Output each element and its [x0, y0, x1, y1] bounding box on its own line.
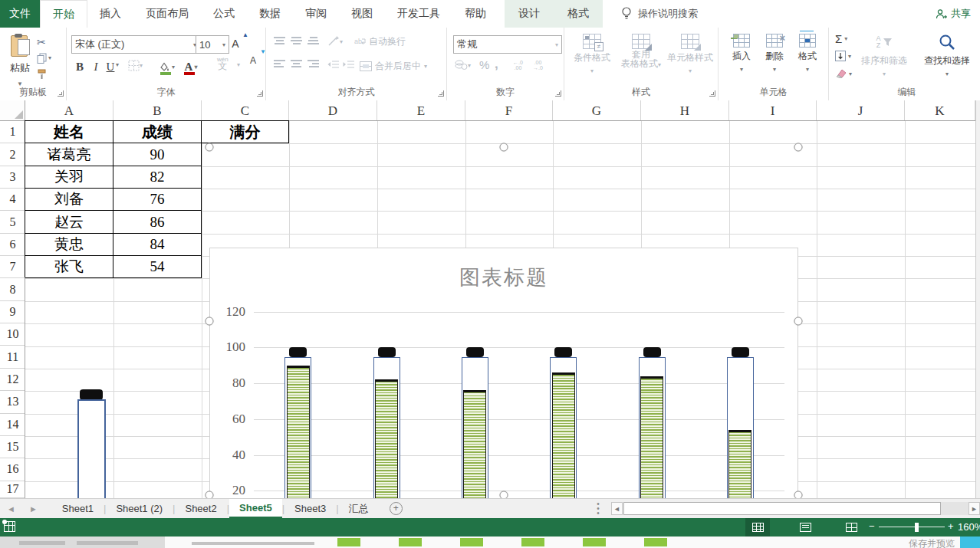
row-header-7[interactable]: 7	[0, 256, 25, 278]
row-header-2[interactable]: 2	[0, 143, 25, 166]
column-header-E[interactable]: E	[377, 100, 465, 121]
table-cell[interactable]: 诸葛亮	[25, 143, 113, 166]
table-cell[interactable]: 76	[113, 189, 202, 211]
format-painter-button[interactable]	[37, 66, 63, 82]
table-cell[interactable]: 84	[113, 234, 202, 256]
bold-button[interactable]: B	[73, 58, 87, 75]
sheet-nav-left[interactable]: ◄	[0, 499, 22, 518]
clear-button[interactable]: ▾	[835, 69, 852, 78]
autosum-button[interactable]: Σ▾	[835, 32, 847, 45]
chart-selection-handle[interactable]	[206, 143, 214, 152]
comma-style-button[interactable]: ,	[495, 57, 498, 72]
table-cell[interactable]: 张飞	[25, 256, 113, 278]
phonetic-guide-button[interactable]: wén 文	[217, 57, 229, 69]
table-cell[interactable]: 赵云	[25, 211, 113, 233]
ribbon-tab-帮助[interactable]: 帮助	[452, 0, 498, 28]
conditional-formatting-button[interactable]: ≠ 条件格式 ▾	[571, 32, 613, 75]
row-header-6[interactable]: 6	[0, 234, 25, 256]
align-middle-icon[interactable]	[291, 37, 302, 44]
cut-button[interactable]: ✂	[37, 34, 63, 50]
table-header-cell[interactable]: 成绩	[113, 121, 202, 143]
alignment-dialog-launcher[interactable]	[438, 90, 444, 97]
file-tab[interactable]: 文件	[0, 0, 40, 28]
sheet-tab-Sheet5[interactable]: Sheet5	[229, 499, 282, 518]
row-header-11[interactable]: 11	[0, 346, 25, 369]
font-size-combo[interactable]: 10▾	[196, 35, 229, 54]
grow-font-button[interactable]: A▲	[228, 35, 243, 52]
ribbon-tab-开发工具[interactable]: 开发工具	[385, 0, 452, 28]
format-as-table-button[interactable]: 套用表格格式▾	[618, 32, 664, 70]
table-cell[interactable]: 82	[113, 166, 202, 189]
sheet-tab-Sheet1[interactable]: Sheet1	[52, 499, 104, 518]
vertical-scrollbar[interactable]	[975, 100, 980, 498]
table-cell[interactable]: 54	[113, 256, 202, 278]
contextual-tab-设计[interactable]: 设计	[505, 0, 554, 28]
zoom-slider-track[interactable]	[879, 527, 945, 527]
column-header-F[interactable]: F	[465, 100, 553, 121]
row-header-17[interactable]: 17	[0, 481, 25, 498]
italic-button[interactable]: I	[90, 58, 102, 75]
sheet-nav-right[interactable]: ►	[22, 499, 44, 518]
chart-selection-handle[interactable]	[794, 143, 803, 152]
copy-button[interactable]: ▾	[37, 50, 63, 66]
sheet-tab-Sheet1 (2)[interactable]: Sheet1 (2)	[106, 499, 173, 518]
row-header-4[interactable]: 4	[0, 189, 25, 211]
tab-splitter-handle[interactable]: •••	[595, 502, 601, 516]
increase-indent-button[interactable]	[343, 60, 354, 69]
sheet-tab-汇总[interactable]: 汇总	[339, 499, 379, 518]
column-header-D[interactable]: D	[289, 100, 377, 121]
chart-selection-handle[interactable]	[794, 317, 803, 326]
page-layout-view-button[interactable]	[793, 518, 817, 537]
table-cell[interactable]: 90	[113, 143, 202, 166]
column-header-G[interactable]: G	[553, 100, 641, 121]
align-left-icon[interactable]	[274, 60, 285, 67]
format-cells-button[interactable]: 格式 ▾	[794, 32, 821, 74]
column-header-I[interactable]: I	[729, 100, 817, 121]
tell-me-box[interactable]: 操作说明搜索	[621, 0, 698, 28]
hscroll-right-arrow[interactable]: ►	[968, 502, 980, 515]
row-header-15[interactable]: 15	[0, 436, 25, 458]
ribbon-tab-视图[interactable]: 视图	[339, 0, 385, 28]
fill-button[interactable]: ▾	[835, 51, 851, 61]
sort-filter-button[interactable]: AZ 排序和筛选 ▾	[860, 32, 909, 78]
page-break-view-button[interactable]	[839, 518, 863, 537]
contextual-tab-格式[interactable]: 格式	[554, 0, 603, 28]
align-bottom-icon[interactable]	[307, 37, 319, 44]
row-header-13[interactable]: 13	[0, 391, 25, 413]
font-name-combo[interactable]: 宋体 (正文)▾	[71, 35, 200, 54]
new-sheet-button[interactable]: +	[390, 499, 403, 518]
zoom-slider-thumb[interactable]	[915, 523, 919, 532]
table-cell[interactable]: 86	[113, 211, 202, 233]
row-header-3[interactable]: 3	[0, 166, 25, 189]
delete-cells-button[interactable]: × 删除 ▾	[761, 32, 788, 74]
accounting-format-button[interactable]: ▾	[455, 60, 471, 71]
merge-center-button[interactable]: 合并后居中 ▾	[360, 60, 427, 73]
increase-decimal-button[interactable]: ←.0.00	[513, 60, 523, 71]
zoom-level[interactable]: 160%	[958, 521, 980, 533]
ribbon-tab-数据[interactable]: 数据	[247, 0, 293, 28]
chart-selection-handle[interactable]	[500, 143, 508, 152]
hscroll-thumb[interactable]	[623, 502, 941, 515]
zoom-out-button[interactable]: −	[869, 520, 875, 532]
font-color-button[interactable]: A ▾	[182, 58, 200, 75]
borders-button[interactable]: ▾	[128, 60, 143, 71]
insert-cells-button[interactable]: 插入 ▾	[728, 32, 755, 74]
font-dialog-launcher[interactable]	[257, 90, 263, 97]
decrease-indent-button[interactable]	[327, 60, 339, 69]
row-header-1[interactable]: 1	[0, 121, 25, 143]
row-header-8[interactable]: 8	[0, 278, 25, 300]
number-dialog-launcher[interactable]	[555, 90, 561, 97]
row-header-10[interactable]: 10	[0, 323, 25, 346]
orientation-button[interactable]: ▾	[327, 35, 343, 48]
chart-title[interactable]: 图表标题	[210, 264, 797, 291]
align-center-icon[interactable]	[291, 60, 302, 67]
cell-styles-button[interactable]: 单元格样式 ▾	[667, 32, 713, 75]
number-format-combo[interactable]: 常规▾	[453, 35, 562, 54]
table-cell[interactable]: 刘备	[25, 189, 113, 211]
column-header-C[interactable]: C	[202, 100, 289, 121]
column-header-H[interactable]: H	[641, 100, 729, 121]
sheet-tab-Sheet2[interactable]: Sheet2	[175, 499, 226, 518]
hscroll-left-arrow[interactable]: ◄	[611, 502, 623, 515]
align-top-icon[interactable]	[274, 37, 285, 44]
column-header-B[interactable]: B	[113, 100, 202, 121]
